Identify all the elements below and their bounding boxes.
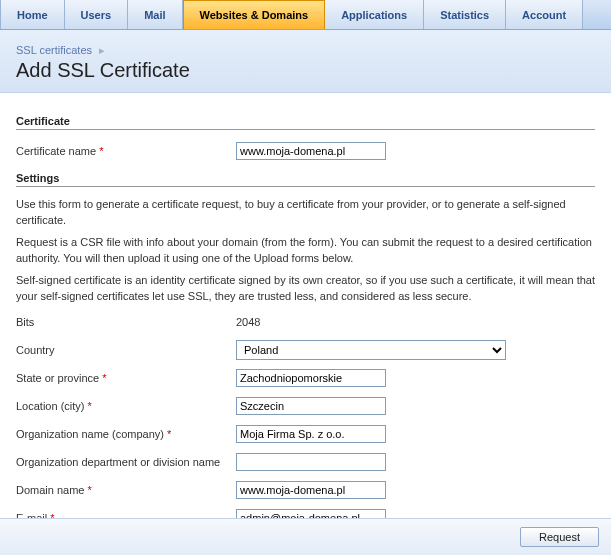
required-mark: * [99, 145, 103, 157]
required-mark: * [102, 372, 106, 384]
tab-users[interactable]: Users [65, 0, 129, 29]
section-certificate: Certificate [16, 115, 595, 130]
tab-applications[interactable]: Applications [325, 0, 424, 29]
value-bits: 2048 [236, 316, 595, 328]
required-mark: * [88, 484, 92, 496]
section-settings: Settings [16, 172, 595, 187]
dept-input[interactable] [236, 453, 386, 471]
label-bits: Bits [16, 316, 236, 328]
tab-mail[interactable]: Mail [128, 0, 182, 29]
tab-home[interactable]: Home [0, 0, 65, 29]
content-area: Certificate Certificate name * Settings … [0, 93, 611, 555]
domain-input[interactable] [236, 481, 386, 499]
state-input[interactable] [236, 369, 386, 387]
tab-account[interactable]: Account [506, 0, 583, 29]
label-state: State or province * [16, 372, 236, 384]
help-text-2: Request is a CSR file with info about yo… [16, 235, 595, 267]
main-tabs: Home Users Mail Websites & Domains Appli… [0, 0, 611, 30]
label-country: Country [16, 344, 236, 356]
request-button[interactable]: Request [520, 527, 599, 547]
label-city: Location (city) * [16, 400, 236, 412]
cert-name-input[interactable] [236, 142, 386, 160]
tab-websites-domains[interactable]: Websites & Domains [183, 0, 326, 29]
breadcrumb: SSL certificates ▸ [16, 44, 595, 57]
label-dept: Organization department or division name [16, 456, 236, 468]
tab-statistics[interactable]: Statistics [424, 0, 506, 29]
city-input[interactable] [236, 397, 386, 415]
label-cert-name: Certificate name * [16, 145, 236, 157]
required-mark: * [167, 428, 171, 440]
breadcrumb-sep-icon: ▸ [99, 44, 105, 56]
org-input[interactable] [236, 425, 386, 443]
page-title: Add SSL Certificate [16, 59, 595, 82]
help-text-3: Self-signed certificate is an identity c… [16, 273, 595, 305]
country-select[interactable]: Poland [236, 340, 506, 360]
required-mark: * [88, 400, 92, 412]
footer-bar: Request [0, 518, 611, 555]
label-domain: Domain name * [16, 484, 236, 496]
label-org: Organization name (company) * [16, 428, 236, 440]
help-text-1: Use this form to generate a certificate … [16, 197, 595, 229]
breadcrumb-link[interactable]: SSL certificates [16, 44, 92, 56]
page-subheader: SSL certificates ▸ Add SSL Certificate [0, 30, 611, 93]
